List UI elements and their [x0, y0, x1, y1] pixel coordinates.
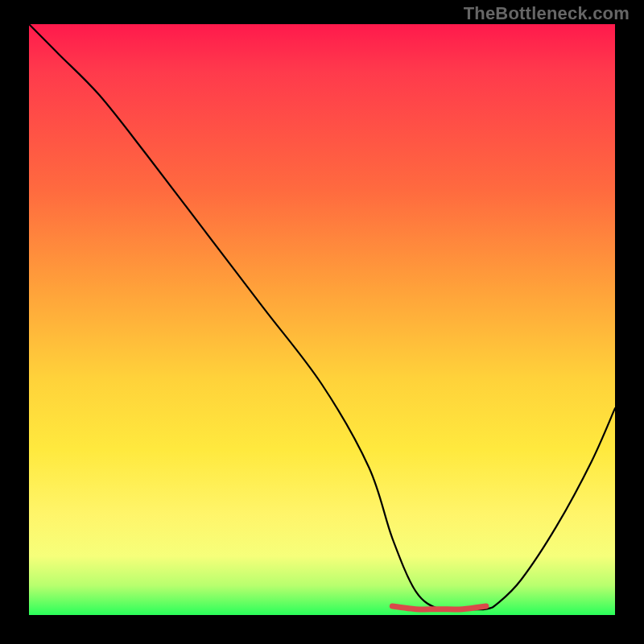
curve-black-main	[29, 24, 615, 610]
chart-frame: TheBottleneck.com	[0, 0, 644, 644]
curve-red-flat	[392, 606, 485, 609]
chart-svg	[29, 24, 615, 615]
watermark-text: TheBottleneck.com	[464, 3, 630, 24]
